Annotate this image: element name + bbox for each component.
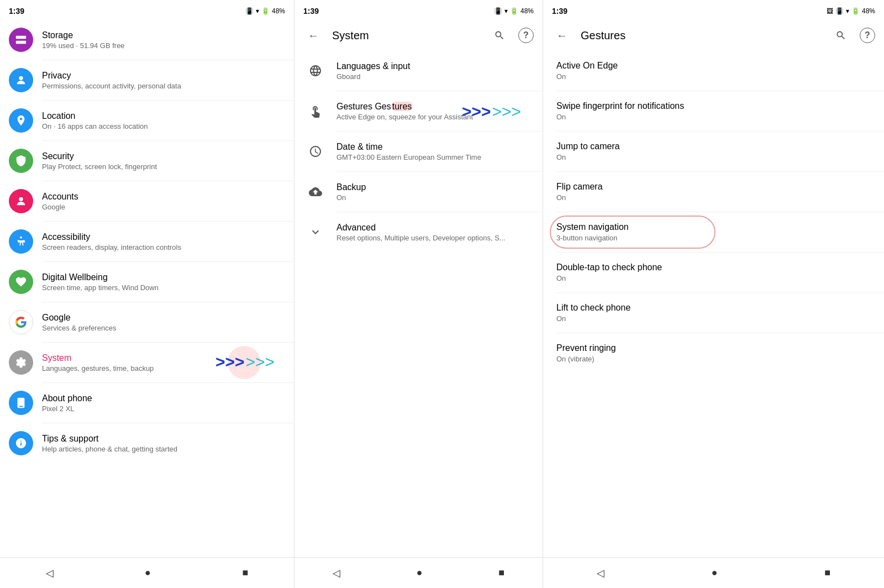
recent-nav-1[interactable]: ■: [229, 563, 261, 583]
wifi-icon-3: ▾: [846, 7, 849, 15]
settings-item-digital-wellbeing[interactable]: Digital Wellbeing Screen time, app timer…: [0, 262, 294, 302]
gesture-item-system-navigation[interactable]: System navigation 3-button navigation: [543, 212, 884, 252]
tips-title: Tips & support: [42, 434, 285, 444]
settings-list-panel1: Storage 19% used · 51.94 GB free Privacy…: [0, 20, 294, 557]
backup-subtitle: On: [336, 193, 534, 202]
prevent-ringing-subtitle: On (vibrate): [556, 355, 871, 363]
svg-rect-7: [19, 406, 23, 407]
system-icon: [9, 350, 33, 375]
about-title: About phone: [42, 393, 285, 403]
back-button-2[interactable]: ←: [303, 25, 323, 45]
help-button-3[interactable]: ?: [860, 28, 875, 43]
datetime-icon: [303, 139, 328, 164]
back-button-3[interactable]: ←: [552, 25, 572, 45]
system-item-datetime[interactable]: Date & time GMT+03:00 Eastern European S…: [294, 132, 543, 171]
back-nav-2[interactable]: ◁: [319, 563, 354, 584]
google-icon: [9, 310, 33, 334]
google-title: Google: [42, 313, 285, 323]
search-button-2[interactable]: [490, 25, 509, 45]
settings-item-storage[interactable]: Storage 19% used · 51.94 GB free: [0, 20, 294, 60]
recent-nav-3[interactable]: ■: [811, 563, 844, 583]
status-bar-panel3: 1:39 🖼 📳 ▾ 🔋 48%: [543, 0, 884, 20]
advanced-title: Advanced: [336, 223, 534, 233]
accessibility-subtitle: Screen readers, display, interaction con…: [42, 243, 285, 251]
prevent-ringing-title: Prevent ringing: [556, 343, 871, 353]
status-time-2: 1:39: [303, 7, 319, 15]
backup-text: Backup On: [336, 182, 534, 202]
nav-bar-panel2: ◁ ● ■: [294, 557, 543, 588]
settings-item-google[interactable]: Google Services & preferences: [0, 302, 294, 342]
arrow-chevron-2: >>>: [246, 353, 275, 371]
double-tap-title: Double-tap to check phone: [556, 262, 871, 272]
location-icon: [9, 108, 33, 133]
home-nav-2[interactable]: ●: [403, 563, 436, 583]
advanced-subtitle: Reset options, Multiple users, Developer…: [336, 234, 534, 242]
gesture-item-lift-check[interactable]: Lift to check phone On: [543, 293, 884, 333]
settings-item-location[interactable]: Location On · 16 apps can access locatio…: [0, 101, 294, 140]
battery-icon-3: 🔋: [851, 7, 860, 15]
gestures-list: Active On Edge On Swipe fingerprint for …: [543, 51, 884, 557]
settings-item-tips[interactable]: Tips & support Help articles, phone & ch…: [0, 423, 294, 463]
storage-subtitle: 19% used · 51.94 GB free: [42, 41, 285, 50]
svg-point-3: [19, 197, 23, 201]
search-button-3[interactable]: [831, 25, 851, 45]
gesture-item-prevent-ringing[interactable]: Prevent ringing On (vibrate): [543, 333, 884, 373]
settings-item-accounts[interactable]: Accounts Google: [0, 181, 294, 221]
gesture-item-swipe-fingerprint[interactable]: Swipe fingerprint for notifications On: [543, 91, 884, 131]
system-item-languages[interactable]: Languages & input Gboard: [294, 51, 543, 91]
help-button-2[interactable]: ?: [518, 28, 534, 43]
home-nav-3[interactable]: ●: [698, 563, 731, 583]
wifi-icon: ▾: [256, 7, 259, 15]
arrow-chevron-3: >>>: [462, 102, 491, 121]
location-subtitle: On · 16 apps can access location: [42, 122, 285, 130]
about-text: About phone Pixel 2 XL: [42, 393, 285, 413]
security-subtitle: Play Protect, screen lock, fingerprint: [42, 162, 285, 171]
toolbar-panel3: ← Gestures ?: [543, 20, 884, 51]
settings-item-security[interactable]: Security Play Protect, screen lock, fing…: [0, 141, 294, 181]
languages-icon: [303, 59, 328, 83]
active-edge-title: Active On Edge: [556, 61, 871, 71]
accessibility-title: Accessibility: [42, 232, 285, 242]
back-nav-3[interactable]: ◁: [583, 563, 618, 584]
gesture-item-flip-camera[interactable]: Flip camera On: [543, 172, 884, 212]
settings-item-about[interactable]: About phone Pixel 2 XL: [0, 383, 294, 423]
privacy-text: Privacy Permissions, account activity, p…: [42, 71, 285, 90]
system-item-backup[interactable]: Backup On: [294, 172, 543, 212]
active-edge-subtitle: On: [556, 72, 871, 81]
location-title: Location: [42, 111, 285, 121]
storage-icon: [9, 28, 33, 52]
settings-item-accessibility[interactable]: Accessibility Screen readers, display, i…: [0, 222, 294, 261]
tips-text: Tips & support Help articles, phone & ch…: [42, 434, 285, 453]
flip-camera-subtitle: On: [556, 193, 871, 202]
system-item-advanced[interactable]: Advanced Reset options, Multiple users, …: [294, 212, 543, 252]
svg-point-2: [19, 76, 23, 80]
security-title: Security: [42, 151, 285, 161]
languages-text: Languages & input Gboard: [336, 61, 534, 81]
status-time-1: 1:39: [9, 7, 24, 15]
svg-rect-0: [16, 36, 26, 39]
advanced-text: Advanced Reset options, Multiple users, …: [336, 223, 534, 242]
security-text: Security Play Protect, screen lock, fing…: [42, 151, 285, 171]
gesture-item-jump-camera[interactable]: Jump to camera On: [543, 132, 884, 171]
gestures-page-title: Gestures: [581, 29, 822, 42]
accounts-icon: [9, 189, 33, 213]
vibrate-icon-3: 📳: [835, 7, 844, 15]
recent-nav-2[interactable]: ■: [485, 563, 518, 583]
tips-subtitle: Help articles, phone & chat, getting sta…: [42, 445, 285, 453]
gesture-item-active-edge[interactable]: Active On Edge On: [543, 51, 884, 91]
battery-level-1: 48%: [272, 7, 285, 15]
system-navigation-subtitle: 3-button navigation: [556, 234, 871, 242]
accounts-title: Accounts: [42, 192, 285, 202]
settings-item-privacy[interactable]: Privacy Permissions, account activity, p…: [0, 60, 294, 100]
home-nav-1[interactable]: ●: [131, 563, 164, 583]
back-nav-1[interactable]: ◁: [33, 563, 67, 584]
jump-camera-subtitle: On: [556, 153, 871, 161]
system-settings-list: Languages & input Gboard Gestures Gestur…: [294, 51, 543, 557]
arrow-chevron-4: >>>: [492, 102, 522, 121]
about-subtitle: Pixel 2 XL: [42, 405, 285, 413]
gesture-item-double-tap[interactable]: Double-tap to check phone On: [543, 253, 884, 292]
svg-point-4: [20, 237, 22, 239]
digital-wellbeing-title: Digital Wellbeing: [42, 272, 285, 282]
lift-check-title: Lift to check phone: [556, 303, 871, 313]
accounts-text: Accounts Google: [42, 192, 285, 211]
